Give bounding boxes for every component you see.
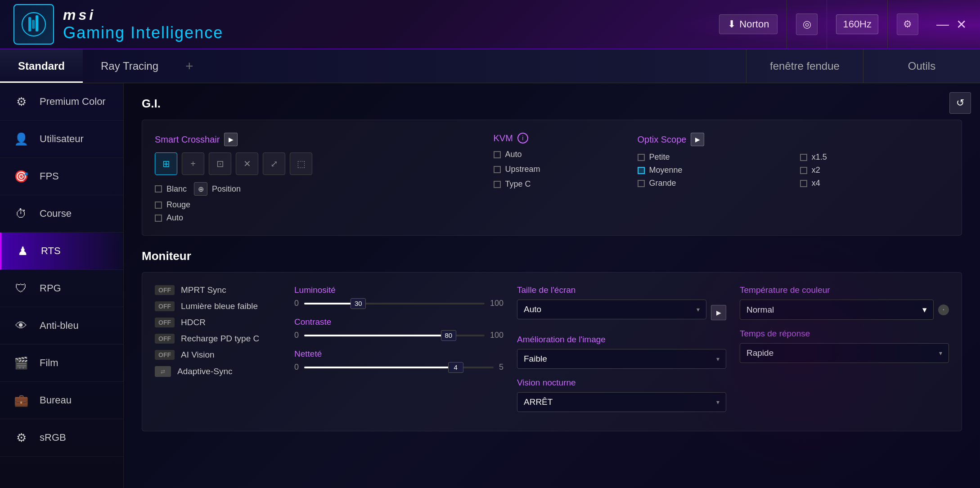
- download-icon: ⬇: [728, 18, 736, 30]
- refresh-button[interactable]: ↺: [949, 92, 971, 114]
- recharge-toggle[interactable]: OFF: [155, 334, 175, 344]
- optix-moyenne-radio[interactable]: [638, 167, 645, 174]
- lumiere-toggle[interactable]: OFF: [155, 301, 175, 311]
- luminosite-label: Luminosité: [294, 285, 503, 295]
- temperature-dot-btn[interactable]: •: [938, 304, 949, 315]
- header: msi Gaming Intelligence ⬇ Norton ◎ 160Hz…: [0, 0, 980, 49]
- smart-crosshair-label: Smart Crosshair ▶: [155, 133, 467, 146]
- header-right: ⬇ Norton ◎ 160Hz ⚙ — ✕: [719, 0, 967, 49]
- optix-petite-radio[interactable]: [638, 154, 645, 161]
- logo-icon: [13, 4, 54, 45]
- crosshair-shape-1[interactable]: +: [182, 152, 204, 175]
- optix-x2-row: x2: [800, 166, 949, 175]
- temps-reponse-label: Temps de réponse: [740, 329, 949, 339]
- taille-dropdown[interactable]: Auto ▾: [517, 300, 706, 319]
- vision-nocturne-arrow-icon: ▾: [716, 398, 719, 406]
- crosshair-shapes: ⊞ + ⊡ ✕ ⤢ ⬚: [155, 152, 467, 175]
- sidebar-item-utilisateur[interactable]: 👤 Utilisateur: [0, 121, 123, 158]
- window-controls: — ✕: [936, 17, 967, 32]
- luminosite-track[interactable]: 30: [304, 303, 485, 304]
- optix-x4-radio[interactable]: [800, 180, 807, 187]
- vision-nocturne-label: Vision nocturne: [517, 378, 726, 388]
- tab-standard[interactable]: Standard: [0, 49, 83, 83]
- optix-grande-row: Grande: [638, 179, 787, 188]
- msi-logo: msi: [63, 7, 223, 23]
- tab-ray-tracing[interactable]: Ray Tracing: [83, 49, 176, 83]
- srgb-icon: ⚙: [13, 429, 30, 446]
- nettete-thumb[interactable]: 4: [448, 362, 463, 373]
- settings-icon-btn[interactable]: ◎: [796, 13, 818, 35]
- color-auto-radio[interactable]: [155, 215, 162, 222]
- contraste-group: Contraste 0 80 100: [294, 317, 503, 340]
- ai-vision-toggle[interactable]: OFF: [155, 350, 175, 360]
- logo-text: msi Gaming Intelligence: [63, 7, 223, 42]
- crosshair-shape-2[interactable]: ⊡: [209, 152, 231, 175]
- temperature-dropdown[interactable]: Normal ▾: [740, 300, 934, 320]
- color-blanc-radio[interactable]: [155, 185, 162, 193]
- crosshair-shape-0[interactable]: ⊞: [155, 152, 177, 175]
- contraste-fill: [304, 335, 449, 336]
- sidebar-item-rpg[interactable]: 🛡 RPG: [0, 270, 123, 307]
- sidebar-item-srgb[interactable]: ⚙ sRGB: [0, 419, 123, 457]
- taille-play-btn[interactable]: ▶: [711, 305, 726, 320]
- minimize-button[interactable]: —: [936, 17, 949, 32]
- sidebar-item-anti-bleu[interactable]: 👁 Anti-bleu: [0, 307, 123, 345]
- luminosite-thumb[interactable]: 30: [351, 298, 366, 309]
- gaming-intelligence-text: Gaming Intelligence: [63, 23, 223, 42]
- optix-x15-row: x1.5: [800, 152, 949, 162]
- nettete-group: Netteté 0 4 5: [294, 349, 503, 372]
- sidebar-item-film[interactable]: 🎬 Film: [0, 345, 123, 382]
- optix-grande-radio[interactable]: [638, 180, 645, 187]
- sidebar-item-bureau[interactable]: 💼 Bureau: [0, 382, 123, 419]
- tab-outils[interactable]: Outils: [863, 49, 980, 83]
- smart-crosshair-col: Smart Crosshair ▶ ⊞ + ⊡ ✕ ⤢ ⬚: [155, 133, 467, 223]
- luminosite-fill: [304, 303, 358, 304]
- sidebar-item-rts[interactable]: ♟ RTS: [0, 233, 123, 270]
- amelioration-dropdown[interactable]: Faible ▾: [517, 349, 726, 369]
- color-rouge-radio[interactable]: [155, 201, 162, 209]
- crosshair-shape-5[interactable]: ⬚: [290, 152, 312, 175]
- adaptive-sync-toggle[interactable]: ⇄: [155, 366, 171, 377]
- crosshair-shape-4[interactable]: ⤢: [263, 152, 285, 175]
- kvm-upstream-radio[interactable]: [494, 166, 501, 173]
- amelioration-arrow-icon: ▾: [716, 355, 719, 363]
- kvm-auto-radio[interactable]: [494, 151, 501, 158]
- nettete-track[interactable]: 4: [304, 367, 494, 368]
- vision-nocturne-dropdown[interactable]: ARRÊT ▾: [517, 392, 726, 412]
- gi-section: Smart Crosshair ▶ ⊞ + ⊡ ✕ ⤢ ⬚: [142, 120, 962, 236]
- film-icon: 🎬: [13, 354, 30, 372]
- optix-scope-play-btn[interactable]: ▶: [691, 133, 704, 146]
- kvm-typec-radio[interactable]: [494, 181, 501, 188]
- tab-right-group: fenêtre fendue Outils: [746, 49, 980, 83]
- kvm-label: KVM i: [494, 133, 611, 143]
- position-btn[interactable]: ⊕ Position: [194, 182, 241, 196]
- svg-rect-3: [36, 15, 38, 31]
- optix-x15-radio[interactable]: [800, 154, 807, 161]
- sidebar-item-premium-color[interactable]: ⚙ Premium Color: [0, 83, 123, 121]
- tab-add-button[interactable]: +: [176, 49, 202, 83]
- contraste-thumb[interactable]: 80: [441, 330, 456, 341]
- temps-reponse-arrow-icon: ▾: [939, 349, 942, 357]
- color-auto-row: Auto: [155, 213, 467, 223]
- contraste-slider-row: 0 80 100: [294, 331, 503, 340]
- gear-button[interactable]: ⚙: [897, 13, 918, 35]
- hz-display: 160Hz: [836, 14, 878, 34]
- optix-x2-radio[interactable]: [800, 167, 807, 174]
- norton-button[interactable]: ⬇ Norton: [719, 14, 778, 34]
- contraste-track[interactable]: 80: [304, 335, 485, 336]
- kvm-info-icon[interactable]: i: [517, 133, 528, 143]
- gi-row: Smart Crosshair ▶ ⊞ + ⊡ ✕ ⤢ ⬚: [155, 133, 949, 223]
- close-button[interactable]: ✕: [956, 17, 967, 32]
- mprt-toggle[interactable]: OFF: [155, 285, 175, 295]
- crosshair-shape-3[interactable]: ✕: [236, 152, 258, 175]
- nettete-label: Netteté: [294, 349, 503, 359]
- hdcr-toggle[interactable]: OFF: [155, 318, 175, 327]
- sidebar-item-course[interactable]: ⏱ Course: [0, 195, 123, 233]
- tab-fenetre-fendue[interactable]: fenêtre fendue: [746, 49, 863, 83]
- svg-rect-2: [32, 20, 35, 29]
- toggle-lumiere: OFF Lumière bleue faible: [155, 301, 281, 311]
- temps-reponse-dropdown[interactable]: Rapide ▾: [740, 343, 949, 363]
- sidebar-item-fps[interactable]: 🎯 FPS: [0, 158, 123, 195]
- rpg-icon: 🛡: [13, 280, 30, 297]
- smart-crosshair-play-btn[interactable]: ▶: [224, 133, 238, 146]
